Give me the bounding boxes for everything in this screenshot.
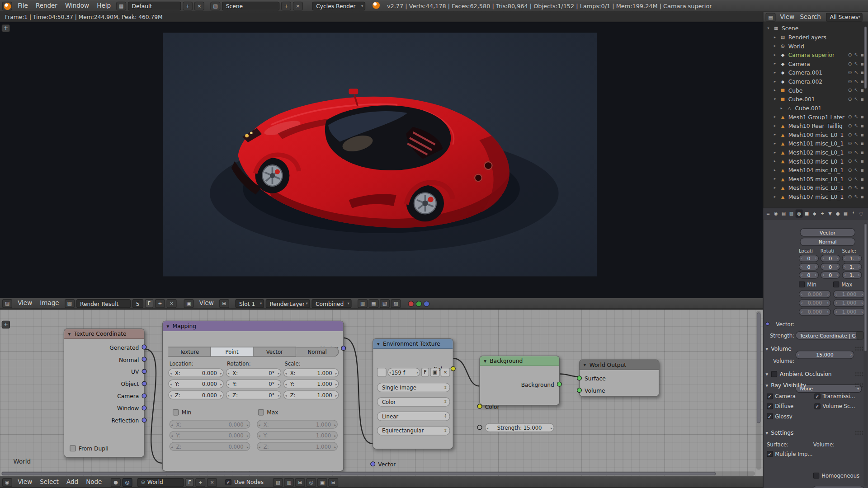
mode-button[interactable]: Normal <box>296 347 339 357</box>
vector-output-socket[interactable] <box>341 346 346 351</box>
number-field[interactable]: 0 <box>821 263 840 270</box>
disclosure-icon[interactable]: ▾ <box>774 97 779 102</box>
max-row[interactable]: Max <box>258 409 278 415</box>
outliner-row[interactable]: ▸ ▲ Mesh10 Rear_Taillig ⊙↖▪ <box>764 121 868 130</box>
node-editor-canvas[interactable]: World Texture Coordinate Generated Norma… <box>0 309 763 476</box>
node-header[interactable]: Mapping <box>163 321 343 331</box>
fake-user-button[interactable]: F <box>185 478 193 487</box>
green-channel-icon[interactable] <box>416 300 422 306</box>
fake-user-button[interactable]: F <box>145 299 153 308</box>
number-field[interactable]: Y:0° <box>226 380 281 389</box>
node-background[interactable]: Background Background Color Strength: 15… <box>479 356 560 405</box>
settings-panel-header[interactable]: Settings <box>765 430 863 436</box>
render-engine-selector[interactable]: Cycles Render <box>312 2 366 11</box>
restrict-toggles[interactable]: ⊙↖▪ <box>847 194 865 199</box>
disclosure-icon[interactable]: ▸ <box>774 186 779 190</box>
mode-button[interactable]: Point <box>211 347 254 357</box>
restrict-toggles[interactable]: ⊙↖▪ <box>847 167 865 173</box>
use-nodes-row[interactable]: Use Nodes <box>225 479 264 485</box>
disclosure-icon[interactable]: ▸ <box>774 88 779 93</box>
ray-visibility-option[interactable]: Transmissi... <box>814 393 865 399</box>
restrict-toggles[interactable]: ⊙↖▪ <box>847 79 865 84</box>
restrict-toggles[interactable]: ⊙↖▪ <box>847 123 865 128</box>
image-icon[interactable] <box>377 368 387 377</box>
outliner-row[interactable]: ▸ △ Cube.001 ⊙↖▪ <box>764 103 868 113</box>
min-checkbox-row[interactable]: Min <box>799 282 816 287</box>
max-checkbox-row[interactable]: Max <box>833 282 852 287</box>
node-mapping[interactable]: Mapping Vector TexturePointVectorNormal … <box>162 321 344 471</box>
unlink-image-icon[interactable]: × <box>441 368 450 377</box>
delete-scene-button[interactable]: × <box>293 2 303 11</box>
vector-output-socket[interactable] <box>142 405 146 410</box>
disclosure-icon[interactable]: ▸ <box>774 194 779 199</box>
editor-type-outliner-icon[interactable]: ▤ <box>765 13 775 22</box>
disclosure-icon[interactable]: ▸ <box>774 177 779 181</box>
number-field[interactable]: 1.000 <box>833 290 865 298</box>
render-pass-selector[interactable]: Combined <box>311 299 351 308</box>
color-input-socket[interactable] <box>477 404 482 409</box>
checkbox[interactable] <box>767 393 773 399</box>
normal-type-button[interactable]: Normal <box>800 238 855 246</box>
number-field[interactable]: 1. <box>842 255 862 262</box>
scrollbar-thumb[interactable] <box>864 224 867 351</box>
shader-type-world-icon[interactable]: ◎ <box>123 478 132 487</box>
panel-drag-dots[interactable] <box>855 372 864 377</box>
menu-item[interactable]: Help <box>93 1 115 11</box>
number-field[interactable]: 0 <box>821 255 840 262</box>
outliner-row[interactable]: ▸ ▲ Mesh100 misc_L0_1 ⊙↖▪ <box>764 130 868 139</box>
vector-type-button[interactable]: Vector <box>800 228 855 236</box>
editor-type-node-icon[interactable]: ◉ <box>2 478 12 487</box>
menu-item[interactable]: Window <box>61 1 93 11</box>
disclosure-icon[interactable]: ▸ <box>774 132 779 137</box>
properties-tab[interactable]: ▼ <box>826 209 834 217</box>
disclosure-icon[interactable]: ▸ <box>774 44 779 48</box>
properties-tab[interactable]: ▦ <box>842 209 849 217</box>
properties-tab[interactable]: + <box>819 209 826 217</box>
menu-item[interactable]: View <box>14 477 36 487</box>
delete-layout-button[interactable]: × <box>194 2 204 11</box>
disclosure-icon[interactable]: ▸ <box>774 61 779 66</box>
world-datablock-selector[interactable]: ◎ World <box>137 478 184 487</box>
node-editor-vscrollbar[interactable] <box>756 311 761 470</box>
option-dropdown[interactable]: Equirectangular <box>377 426 450 436</box>
panel-drag-dots[interactable] <box>855 431 864 436</box>
menu-item[interactable]: File <box>14 1 32 11</box>
properties-tab[interactable]: ■ <box>803 209 811 217</box>
min-row[interactable]: Min <box>173 409 191 415</box>
restrict-toggles[interactable]: ⊙↖▪ <box>847 88 865 93</box>
pin-icon[interactable]: ▣ <box>184 299 193 308</box>
checkbox[interactable] <box>767 403 773 409</box>
disclosure-icon[interactable]: ▸ <box>774 52 779 57</box>
vector-output-socket[interactable] <box>142 381 146 386</box>
multiple-importance-row[interactable]: Multiple Imp... <box>767 451 813 457</box>
node-header[interactable]: World Output <box>580 360 659 370</box>
properties-scrollbar[interactable] <box>863 223 868 487</box>
number-field[interactable]: 0 <box>821 272 840 279</box>
number-field[interactable]: X:0° <box>226 368 281 377</box>
node-header-icon[interactable]: ⊟ <box>328 478 338 487</box>
number-field[interactable]: 0 <box>799 255 819 262</box>
disclosure-icon[interactable]: ▸ <box>774 150 779 155</box>
ray-visibility-option[interactable]: Diffuse <box>767 403 814 409</box>
restrict-toggles[interactable]: ⊙↖▪ <box>847 52 865 57</box>
restrict-toggles[interactable]: ⊙↖▪ <box>847 150 865 155</box>
mode-button[interactable]: Texture <box>168 347 211 357</box>
outliner-row[interactable]: ▸ ▲ Mesh103 misc_L0_1 ⊙↖▪ <box>764 157 868 166</box>
disclosure-icon[interactable]: ▸ <box>774 168 779 172</box>
node-texture-coordinate[interactable]: Texture Coordinate Generated Normal UV <box>64 328 145 458</box>
restrict-toggles[interactable]: ⊙↖▪ <box>847 185 865 190</box>
option-dropdown[interactable]: Linear <box>377 412 450 421</box>
number-field[interactable]: 0.000 <box>799 299 831 307</box>
properties-tab[interactable]: ◉ <box>772 209 779 217</box>
menu-item[interactable]: Node <box>82 477 106 487</box>
min-checkbox[interactable] <box>173 409 179 415</box>
number-field[interactable]: X:0.000 <box>168 368 223 377</box>
shader-input-socket[interactable] <box>577 388 582 393</box>
channel-button[interactable]: ▦ <box>369 299 379 308</box>
display-filter-selector[interactable]: All Scenes <box>826 13 863 22</box>
use-nodes-checkbox[interactable] <box>225 479 231 485</box>
number-field[interactable]: Y:1.000 <box>283 380 339 389</box>
number-field[interactable]: Y:0.000 <box>170 431 250 440</box>
browse-image-icon[interactable]: ▨ <box>65 299 75 308</box>
multiple-importance-checkbox[interactable] <box>767 451 773 457</box>
